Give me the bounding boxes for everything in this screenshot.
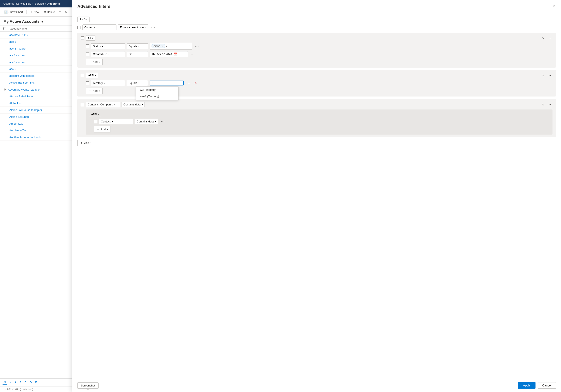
account-list-item[interactable]: acc5 - azure — [0, 59, 72, 66]
alpha-item-a[interactable]: A — [14, 381, 17, 384]
contacts-more-button[interactable]: ··· — [546, 102, 552, 107]
and-collapse-button[interactable]: ⤡ — [541, 73, 544, 77]
select-all-checkbox[interactable] — [3, 27, 6, 30]
contact-checkbox[interactable] — [94, 120, 97, 123]
contacts-field-select[interactable]: Contacts (Compan... ▾ — [86, 102, 120, 107]
or-operator-button[interactable]: Or ▾ — [86, 35, 95, 41]
status-field-select[interactable]: Status ▾ — [91, 43, 125, 49]
account-list-item[interactable]: acc4 - azure — [0, 52, 72, 59]
account-name-column[interactable]: Account Name — [9, 27, 27, 30]
territory-more-button[interactable]: ··· — [185, 80, 192, 86]
and-group-checkbox[interactable] — [81, 74, 84, 77]
status-operator-select[interactable]: Equals ▾ — [127, 43, 148, 49]
or-more-button[interactable]: ··· — [546, 35, 552, 41]
view-title-container: My Active Accounts ▾ — [0, 17, 72, 26]
account-list-item[interactable]: ⚙Adventure Works (sample) — [0, 86, 72, 93]
contact-operator-select[interactable]: Contains data ▾ — [135, 119, 158, 124]
alpha-item-all[interactable]: All — [2, 380, 7, 385]
contacts-collapse-icon: ⤡ — [542, 103, 544, 106]
account-list-item[interactable]: account with contact — [0, 73, 72, 79]
alpha-item-c[interactable]: C — [24, 381, 27, 384]
created-on-more-button[interactable]: ··· — [190, 52, 196, 57]
owner-more-button[interactable]: ··· — [150, 25, 156, 30]
status-op-chevron: ▾ — [138, 45, 140, 47]
nav-service[interactable]: Service — [35, 2, 44, 5]
territory-field-select[interactable]: Territory ▾ — [91, 80, 125, 86]
account-list-item[interactable]: Alpha Ltd — [0, 100, 72, 107]
owner-field-select[interactable]: Owner ▾ — [82, 24, 117, 30]
screenshot-button[interactable]: Screenshot — [77, 382, 99, 389]
status-checkbox[interactable] — [86, 44, 89, 48]
nav-hub: Customer Service Hub — [3, 2, 31, 5]
or-collapse-button[interactable]: ⤡ — [541, 36, 544, 40]
alpha-item-d[interactable]: D — [29, 381, 33, 384]
delete-button[interactable]: 🗑 Delete — [42, 10, 57, 14]
account-list-item[interactable]: Active Transport Inc. — [0, 79, 72, 86]
contacts-nested-add-button[interactable]: ＋ Add ▾ — [94, 126, 111, 132]
calendar-icon[interactable]: 📅 — [174, 53, 177, 56]
and-chevron: ▾ — [95, 74, 96, 76]
filters-footer: Screenshot Apply Cancel — [72, 379, 561, 392]
or-add-button[interactable]: ＋ Add ▾ — [86, 59, 103, 65]
suggestion-wa[interactable]: WA (Territory) — [136, 87, 178, 93]
account-list-item[interactable]: Amber Ltd. — [0, 120, 72, 127]
account-list-item[interactable]: acc-6 — [0, 66, 72, 73]
apply-button[interactable]: Apply — [518, 382, 536, 389]
suggestion-wa1[interactable]: WA-1 (Territory) — [136, 93, 178, 100]
created-on-field-select[interactable]: Created On ▾ — [91, 51, 125, 57]
territory-checkbox[interactable] — [86, 81, 89, 85]
account-list-item[interactable]: Alpine Ski House (sample) — [0, 107, 72, 113]
contact-more-button[interactable]: ··· — [160, 119, 166, 124]
contacts-operator-select[interactable]: Contains data ▾ — [121, 102, 145, 107]
account-list-item[interactable]: Alpine Ski Shop — [0, 113, 72, 120]
account-list-item[interactable]: Another Account for Hook — [0, 134, 72, 141]
alpha-item-b[interactable]: B — [19, 381, 22, 384]
bottom-add-row: ＋ Add ▾ — [77, 140, 556, 146]
view-title-chevron[interactable]: ▾ — [41, 19, 43, 24]
contacts-group-checkbox[interactable] — [81, 103, 84, 106]
status-more-button[interactable]: ··· — [194, 44, 200, 49]
filters-header: Advanced filters × — [72, 0, 561, 13]
account-list: acc note - 1112acc-3acc-3 - azureacc4 - … — [0, 32, 72, 378]
bottom-add-button[interactable]: ＋ Add ▾ — [77, 140, 94, 146]
or-group-checkbox[interactable] — [81, 36, 84, 40]
alpha-item-#[interactable]: # — [9, 381, 12, 384]
or-filter-group: Or ▾ ⤡ ··· Status ▾ Equals ▾ — [77, 33, 556, 68]
and-add-plus-icon: ＋ — [89, 89, 91, 93]
and-add-button[interactable]: ＋ Add ▾ — [86, 87, 103, 94]
status-value-field[interactable]: Active ✕ ▾ — [150, 43, 192, 50]
account-list-item[interactable]: acc-3 - azure — [0, 45, 72, 52]
created-on-operator-select[interactable]: On ▾ — [127, 51, 148, 57]
refresh-button[interactable]: ↻ — [63, 10, 69, 14]
top-and-row: AND ▾ — [77, 17, 556, 22]
dropdown-arrow-button[interactable]: ▾ — [58, 10, 63, 14]
contact-op-chevron: ▾ — [155, 120, 156, 123]
alpha-item-e[interactable]: E — [34, 381, 38, 384]
created-on-checkbox[interactable] — [86, 53, 89, 56]
account-list-item[interactable]: acc note - 1112 — [0, 32, 72, 38]
alpha-pagination: All#ABCDE — [0, 378, 72, 386]
contacts-nested-add-row: ＋ Add ▾ — [89, 126, 550, 132]
territory-dropdown: WA (Territory) WA-1 (Territory) — [136, 86, 179, 100]
close-button[interactable]: × — [552, 3, 556, 10]
account-list-item[interactable]: Ambience Tech — [0, 127, 72, 134]
top-operator-button[interactable]: AND ▾ — [77, 17, 90, 22]
account-list-item[interactable]: acc-3 — [0, 38, 72, 45]
status-tag-remove[interactable]: ✕ — [161, 45, 163, 48]
contact-field-select[interactable]: Contact ▾ — [99, 119, 133, 124]
chevron-down-icon: ▾ — [59, 11, 61, 14]
show-chart-button[interactable]: 📊 Show Chart — [2, 10, 25, 14]
account-list-item[interactable]: African Safari Tours — [0, 93, 72, 100]
new-button[interactable]: ＋ New — [28, 9, 41, 15]
territory-value-field[interactable]: ▾ — [150, 81, 183, 86]
territory-operator-select[interactable]: Equals ▾ — [127, 80, 148, 86]
cancel-button[interactable]: Cancel — [538, 382, 556, 389]
owner-checkbox[interactable] — [77, 26, 81, 29]
contacts-nested-and-button[interactable]: AND ▾ — [89, 112, 101, 117]
contacts-collapse-button[interactable]: ⤡ — [541, 102, 544, 107]
and-operator-button[interactable]: AND ▾ — [86, 73, 98, 78]
owner-op-chevron: ▾ — [145, 26, 146, 29]
and-more-button[interactable]: ··· — [546, 73, 552, 78]
created-on-date-field[interactable]: Thu Apr 02 2020 📅 — [150, 51, 188, 57]
owner-operator-select[interactable]: Equals current user ▾ — [118, 24, 148, 30]
